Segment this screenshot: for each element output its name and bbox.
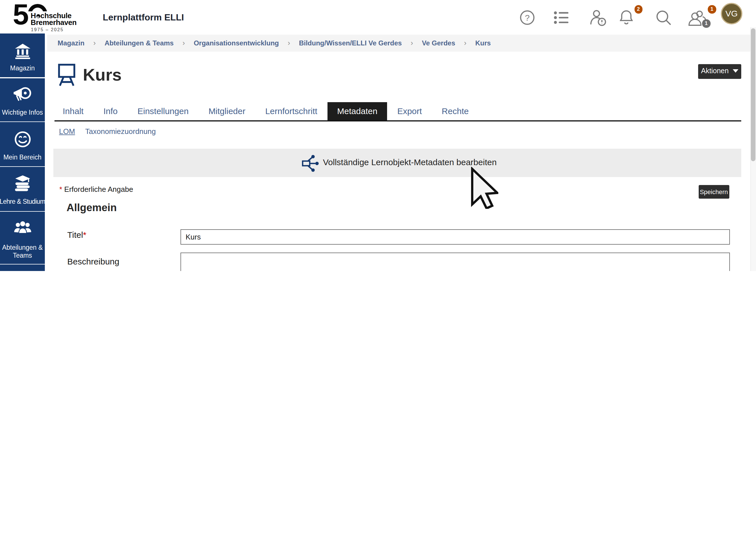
svg-text:?: ? [525, 13, 530, 22]
